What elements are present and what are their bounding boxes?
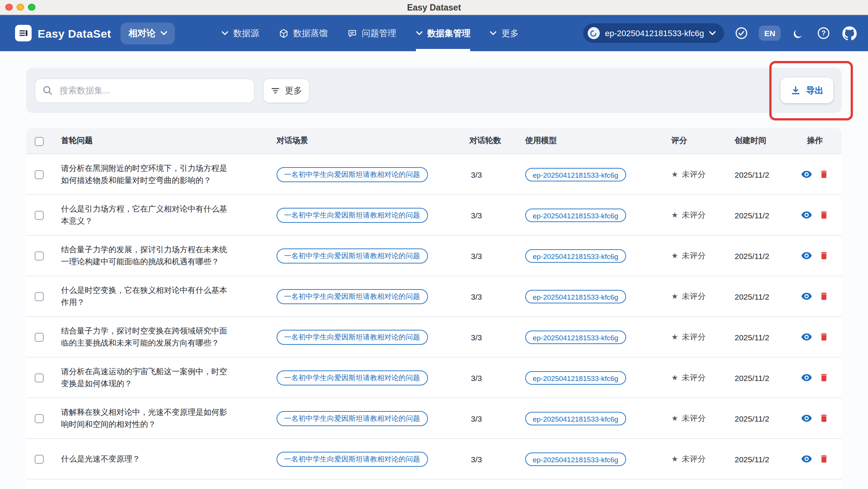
project-name: 相对论 <box>128 27 156 40</box>
created-date: 2025/11/2 <box>735 210 801 219</box>
moon-icon <box>792 27 804 39</box>
row-checkbox[interactable] <box>35 374 44 383</box>
select-all-checkbox[interactable] <box>35 137 44 146</box>
rating: ★ 未评分 <box>671 169 735 180</box>
app-window: Easy Dataset Easy DataSet 相对论 数据源 数据蒸馏 问… <box>0 0 868 489</box>
row-checkbox[interactable] <box>35 171 44 180</box>
table-row: 结合量子力学，探讨时空变换在跨领域研究中面临的主要挑战和未来可能的发展方向有哪些… <box>26 317 842 358</box>
delete-button[interactable] <box>819 454 829 464</box>
trash-icon <box>819 454 829 464</box>
theme-toggle-button[interactable] <box>790 25 806 41</box>
created-date: 2025/11/2 <box>735 414 801 423</box>
view-button[interactable] <box>801 209 812 221</box>
eye-icon <box>801 331 812 343</box>
delete-button[interactable] <box>819 373 829 382</box>
table-row: 请分析在高速运动的宇宙飞船这一案例中，时空变换是如何体现的？ 一名初中学生向爱因… <box>26 358 842 398</box>
trash-icon <box>819 291 829 301</box>
table-body: 请分析在黑洞附近的时空环境下，引力场方程是如何描述物质和能量对时空弯曲的影响的？… <box>26 154 842 480</box>
chevron-down-icon <box>709 31 716 35</box>
download-icon <box>790 85 801 96</box>
model-badge: ep-20250412181533-kfc6g <box>525 453 626 466</box>
scenario-badge: 一名初中学生向爱因斯坦请教相对论的问题 <box>277 249 428 264</box>
view-button[interactable] <box>801 169 812 180</box>
question-text: 什么是光速不变原理？ <box>61 453 277 465</box>
eye-icon <box>801 250 812 261</box>
rating: ★ 未评分 <box>671 454 735 464</box>
rating-label: 未评分 <box>682 332 706 342</box>
created-date: 2025/11/2 <box>735 251 801 260</box>
row-checkbox[interactable] <box>35 333 44 342</box>
github-icon <box>842 26 856 40</box>
nav-item-distill[interactable]: 数据蒸馏 <box>279 15 328 51</box>
star-icon: ★ <box>671 211 678 219</box>
export-button[interactable]: 导出 <box>781 78 833 103</box>
rating-label: 未评分 <box>682 413 706 423</box>
delete-button[interactable] <box>819 169 829 179</box>
eye-icon <box>801 372 812 383</box>
star-icon: ★ <box>671 455 678 463</box>
app-logo-icon <box>15 25 32 41</box>
view-button[interactable] <box>801 291 812 302</box>
view-button[interactable] <box>801 331 812 343</box>
row-checkbox[interactable] <box>35 211 44 220</box>
model-name: ep-20250412181533-kfc6g <box>605 29 704 38</box>
model-provider-icon <box>588 27 600 39</box>
row-checkbox[interactable] <box>35 292 44 302</box>
navbar-actions: ep-20250412181533-kfc6g EN ? <box>583 23 857 43</box>
help-button[interactable]: ? <box>815 25 832 41</box>
filter-icon <box>270 85 280 95</box>
star-icon: ★ <box>671 251 678 260</box>
rating: ★ 未评分 <box>671 250 735 261</box>
github-button[interactable] <box>841 25 857 41</box>
trash-icon <box>819 251 829 260</box>
toolbar: 更多 导出 <box>26 68 842 113</box>
brand-name: Easy DataSet <box>38 27 111 40</box>
project-selector[interactable]: 相对论 <box>121 22 175 44</box>
row-checkbox[interactable] <box>35 414 44 423</box>
nav-item-more[interactable]: 更多 <box>490 15 519 51</box>
nav-item-questions[interactable]: 问题管理 <box>347 15 396 51</box>
scenario-badge: 一名初中学生向爱因斯坦请教相对论的问题 <box>277 168 428 183</box>
chevron-down-icon <box>490 31 497 35</box>
tasks-button[interactable] <box>734 25 750 41</box>
scenario-badge: 一名初中学生向爱因斯坦请教相对论的问题 <box>277 452 428 467</box>
star-icon: ★ <box>671 414 678 422</box>
question-circle-icon: ? <box>817 26 830 40</box>
header-rating: 评分 <box>671 136 735 146</box>
turns-value: 3/3 <box>469 292 525 301</box>
question-text: 什么是时空变换，它在狭义相对论中有什么基本作用？ <box>61 285 277 308</box>
table-row: 什么是光速不变原理？ 一名初中学生向爱因斯坦请教相对论的问题 3/3 ep-20… <box>26 439 842 480</box>
model-selector[interactable]: ep-20250412181533-kfc6g <box>583 23 724 43</box>
delete-button[interactable] <box>819 251 829 260</box>
rating: ★ 未评分 <box>671 291 735 302</box>
model-badge: ep-20250412181533-kfc6g <box>525 209 626 222</box>
language-button[interactable]: EN <box>759 26 781 41</box>
nav-item-datasets[interactable]: 数据集管理 <box>416 15 471 51</box>
chat-icon <box>347 28 357 38</box>
rating-label: 未评分 <box>682 250 706 261</box>
nav-item-datasource[interactable]: 数据源 <box>222 15 259 51</box>
turns-value: 3/3 <box>469 454 525 463</box>
window-titlebar: Easy Dataset <box>0 0 868 15</box>
delete-button[interactable] <box>819 413 829 423</box>
delete-button[interactable] <box>819 291 829 301</box>
view-button[interactable] <box>801 413 812 424</box>
header-question: 首轮问题 <box>61 135 277 147</box>
delete-button[interactable] <box>819 332 829 342</box>
view-button[interactable] <box>801 453 812 465</box>
more-filters-button[interactable]: 更多 <box>263 78 310 103</box>
view-button[interactable] <box>801 250 812 261</box>
table-header: 首轮问题 对话场景 对话轮数 使用模型 评分 创建时间 操作 <box>26 128 842 154</box>
trash-icon <box>819 332 829 342</box>
table-row: 请分析在黑洞附近的时空环境下，引力场方程是如何描述物质和能量对时空弯曲的影响的？… <box>26 154 842 195</box>
search-input[interactable] <box>35 78 255 103</box>
table-row: 什么是时空变换，它在狭义相对论中有什么基本作用？ 一名初中学生向爱因斯坦请教相对… <box>26 276 842 317</box>
row-checkbox[interactable] <box>35 252 44 261</box>
row-checkbox[interactable] <box>35 455 44 464</box>
table-row-partial <box>26 480 842 489</box>
turns-value: 3/3 <box>469 414 525 423</box>
view-button[interactable] <box>801 372 812 383</box>
delete-button[interactable] <box>819 210 829 220</box>
trash-icon <box>819 413 829 423</box>
created-date: 2025/11/2 <box>735 373 801 382</box>
